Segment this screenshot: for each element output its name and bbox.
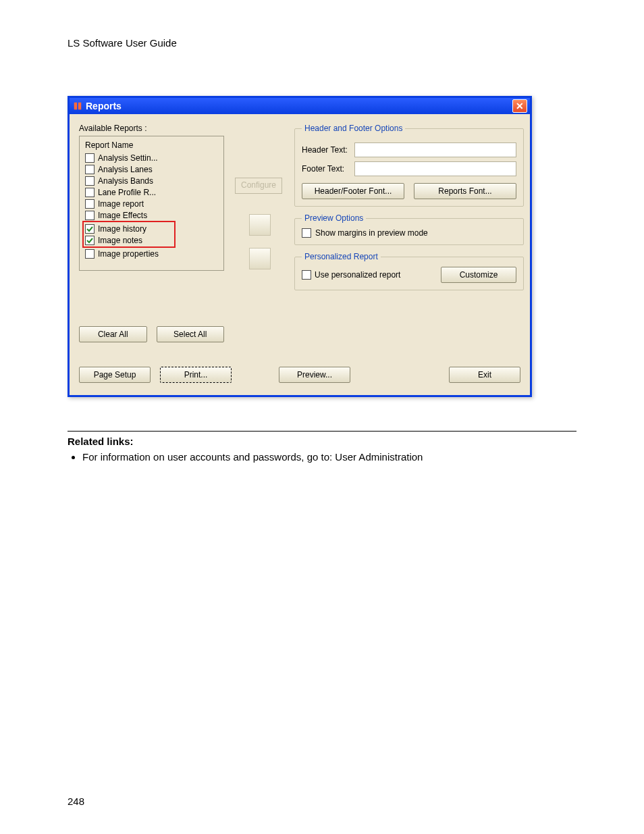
highlighted-selection: Image history Image notes <box>82 221 176 248</box>
list-item-analysis-bands[interactable]: Analysis Bands <box>85 175 218 186</box>
checkbox-icon[interactable] <box>85 153 95 163</box>
list-item-label: Analysis Settin... <box>98 153 158 163</box>
list-item-image-effects[interactable]: Image Effects <box>85 209 218 221</box>
select-all-button[interactable]: Select All <box>157 326 225 342</box>
preview-options-group: Preview Options Show margins in preview … <box>294 213 524 245</box>
checkbox-icon[interactable] <box>85 236 95 245</box>
configure-button: Configure <box>235 178 282 194</box>
checkbox-icon[interactable] <box>85 199 95 209</box>
header-footer-options-group: Header and Footer Options Header Text: F… <box>294 124 524 207</box>
svg-rect-0 <box>74 103 77 110</box>
list-item-label: Image Effects <box>98 211 147 220</box>
title-bar: Reports ✕ <box>70 98 530 114</box>
app-icon <box>72 101 83 111</box>
related-links-title: Related links: <box>68 436 576 447</box>
use-personalized-label: Use personalized report <box>315 270 400 280</box>
list-header: Report Name <box>85 140 218 150</box>
move-up-button[interactable] <box>249 214 271 236</box>
list-item-lane-profile[interactable]: Lane Profile R... <box>85 186 218 198</box>
use-personalized-checkbox[interactable] <box>302 270 311 280</box>
available-reports-label: Available Reports : <box>79 124 224 133</box>
footer-text-label: Footer Text: <box>302 164 354 174</box>
checkbox-icon[interactable] <box>85 165 95 174</box>
show-margins-label: Show margins in preview mode <box>315 228 428 238</box>
show-margins-checkbox[interactable] <box>302 228 311 238</box>
list-item-label: Lane Profile R... <box>98 188 156 197</box>
personalized-report-group: Personalized Report Use personalized rep… <box>294 252 524 290</box>
reports-dialog: Reports ✕ Available Reports : Report Nam… <box>68 96 532 397</box>
customize-button[interactable]: Customize <box>441 267 516 283</box>
list-item-image-properties[interactable]: Image properties <box>85 248 218 259</box>
checkbox-icon[interactable] <box>85 211 95 220</box>
preview-button[interactable]: Preview... <box>279 367 350 383</box>
checkbox-icon[interactable] <box>85 224 95 234</box>
list-item-label: Image properties <box>98 249 159 259</box>
personalized-legend: Personalized Report <box>302 252 381 261</box>
header-footer-font-button[interactable]: Header/Footer Font... <box>302 183 404 199</box>
checkbox-icon[interactable] <box>85 188 95 197</box>
move-down-button[interactable] <box>249 248 271 269</box>
list-item-label: Image report <box>98 199 144 209</box>
svg-rect-1 <box>78 103 81 110</box>
page-setup-button[interactable]: Page Setup <box>79 367 151 383</box>
close-icon[interactable]: ✕ <box>512 99 527 113</box>
footer-text-input[interactable] <box>354 161 516 176</box>
list-item-label: Image history <box>98 224 146 234</box>
clear-all-button[interactable]: Clear All <box>79 326 147 342</box>
checkbox-icon[interactable] <box>85 176 95 186</box>
list-item-analysis-lanes[interactable]: Analysis Lanes <box>85 163 218 175</box>
list-item-image-history[interactable]: Image history <box>85 223 173 234</box>
list-item-label: Analysis Bands <box>98 176 153 186</box>
exit-button[interactable]: Exit <box>449 367 520 383</box>
preview-options-legend: Preview Options <box>302 213 366 223</box>
checkbox-icon[interactable] <box>85 249 95 259</box>
related-links-section: Related links: For information on user a… <box>68 431 576 463</box>
list-item-image-report[interactable]: Image report <box>85 198 218 209</box>
print-button[interactable]: Print... <box>160 367 232 383</box>
document-header: LS Software User Guide <box>68 37 576 49</box>
list-item-label: Analysis Lanes <box>98 165 153 174</box>
header-text-label: Header Text: <box>302 145 354 155</box>
list-item-image-notes[interactable]: Image notes <box>85 234 173 246</box>
related-link-item: For information on user accounts and pas… <box>82 451 576 463</box>
window-title: Reports <box>86 101 122 111</box>
reports-font-button[interactable]: Reports Font... <box>414 183 516 199</box>
header-text-input[interactable] <box>354 142 516 157</box>
hf-legend: Header and Footer Options <box>302 124 405 133</box>
list-item-analysis-settings[interactable]: Analysis Settin... <box>85 152 218 163</box>
list-item-label: Image notes <box>98 236 142 245</box>
report-list: Report Name Analysis Settin... Analysis … <box>79 136 224 271</box>
